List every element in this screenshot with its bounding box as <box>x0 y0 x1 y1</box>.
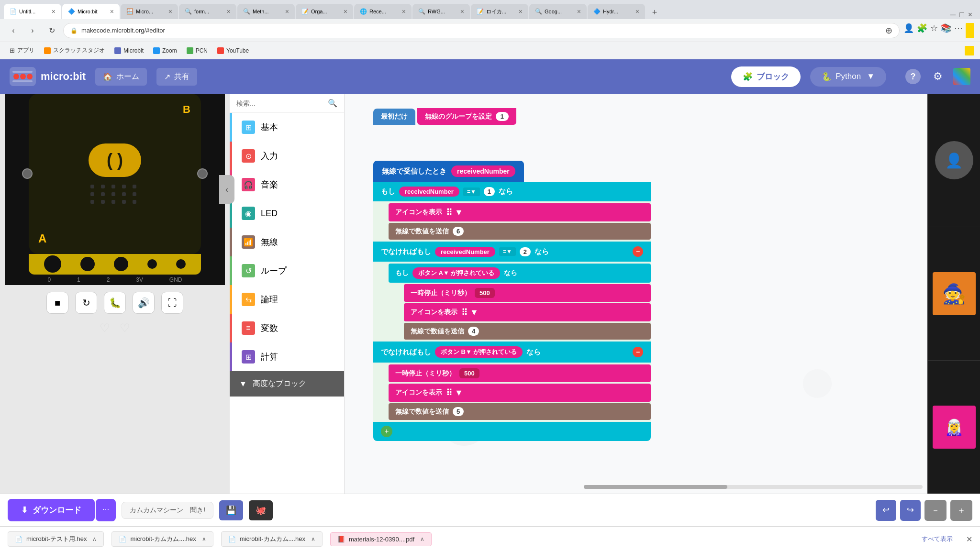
send-number-block-3[interactable]: 無線で数値を送信 5 <box>389 403 651 420</box>
send-number-block-1[interactable]: 無線で数値を送信 6 <box>389 223 651 240</box>
profile-button[interactable]: 👤 <box>903 23 914 38</box>
tab-hydr[interactable]: 🔷 Hydr... × <box>588 4 645 19</box>
home-button[interactable]: 🏠 ホーム <box>95 68 147 86</box>
undo-button[interactable]: ↩ <box>876 500 896 521</box>
minus-circle-1[interactable]: − <box>633 246 643 257</box>
forward-button[interactable]: › <box>25 23 40 38</box>
bookmark-microbit[interactable]: Microbit <box>111 45 147 56</box>
bookmark-zoom[interactable]: Zoom <box>149 45 181 56</box>
collections-button[interactable]: 📚 <box>941 23 951 38</box>
redo-button[interactable]: ↪ <box>900 500 921 521</box>
zoom-in-button[interactable]: ＋ <box>950 500 972 521</box>
tab-close-mb[interactable]: × <box>110 8 114 15</box>
radio-hat-block[interactable]: 無線で受信したとき receivedNumber <box>373 161 524 182</box>
github-button[interactable]: 🐙 <box>249 500 273 520</box>
bookmark-youtube[interactable]: YouTube <box>213 45 253 56</box>
tab-orga[interactable]: 📝 Orga... × <box>296 4 353 19</box>
icon-show-block-3[interactable]: アイコンを表示 ⠿ ▼ <box>389 384 651 402</box>
close-window-button[interactable]: × <box>968 11 972 19</box>
fullscreen-button[interactable]: ⛶ <box>161 292 183 314</box>
palette-item-loop[interactable]: ↺ ループ <box>230 256 344 285</box>
save-button[interactable]: 💾 <box>219 500 243 520</box>
extensions-button[interactable]: 🧩 <box>917 23 927 38</box>
icon-show-block-1[interactable]: アイコンを表示 ⠿ ▼ <box>389 203 651 221</box>
help-button[interactable]: ? <box>903 67 923 86</box>
palette-item-advanced[interactable]: ▼ 高度なブロック <box>230 371 344 397</box>
code-workspace[interactable]: 最初だけ 無線のグループを設定 1 無線で受信したとき receivedNumb… <box>345 94 927 494</box>
tab-close-hydr[interactable]: × <box>635 8 639 15</box>
download-item-3[interactable]: 📄 microbit-カムカム....hex ∧ <box>221 531 323 547</box>
tab-roika[interactable]: 📝 ロイカ... × <box>471 4 528 19</box>
search-input[interactable] <box>236 99 324 107</box>
wait-block-1[interactable]: 一時停止（ミリ秒） 500 <box>404 284 651 302</box>
download-item-2[interactable]: 📄 microbit-カムカム....hex ∧ <box>111 531 213 547</box>
collapse-simulator-button[interactable]: ‹ <box>219 175 234 204</box>
elseif-block-2[interactable]: でなければもし receivedNumber =▼ 2 なら − <box>373 242 651 262</box>
tab-rece[interactable]: 🌐 Rece... × <box>354 4 412 19</box>
palette-item-variables[interactable]: ≡ 変数 <box>230 314 344 342</box>
download-item-1[interactable]: 📄 microbit-テスト用.hex ∧ <box>8 531 104 547</box>
icon-show-block-2[interactable]: アイコンを表示 ⠿ ▼ <box>404 303 651 321</box>
stop-button[interactable]: ■ <box>46 292 68 314</box>
tab-close-roika[interactable]: × <box>519 8 523 15</box>
bookmark-pcn[interactable]: PCN <box>183 45 212 56</box>
init-action-block[interactable]: 無線のグループを設定 1 <box>417 108 516 125</box>
refresh-button[interactable]: ↻ <box>44 23 59 38</box>
show-all-downloads-button[interactable]: すべて表示 <box>918 533 957 545</box>
tab-close-m2[interactable]: × <box>168 8 172 15</box>
tab-close-form[interactable]: × <box>227 8 231 15</box>
zoom-out-button[interactable]: － <box>924 500 947 521</box>
favorites-button[interactable]: ☆ <box>930 23 938 38</box>
palette-item-music[interactable]: 🎧 音楽 <box>230 170 344 199</box>
palette-item-input[interactable]: ⊙ 入力 <box>230 142 344 170</box>
settings-button[interactable]: ⚙ <box>928 67 947 86</box>
close-downloads-button[interactable]: ✕ <box>966 535 972 544</box>
palette-item-math[interactable]: ⊞ 計算 <box>230 342 344 371</box>
tab-microbit-active[interactable]: 🔷 Micro:bit × <box>62 4 120 19</box>
tab-form[interactable]: 🔍 form... × <box>179 4 236 19</box>
tab-micro2[interactable]: 🪟 Micro... × <box>121 4 178 19</box>
tab-close-rece[interactable]: × <box>402 8 406 15</box>
more-options-button[interactable]: ⋯ <box>954 23 963 38</box>
tab-close-rwg[interactable]: × <box>460 8 464 15</box>
plus-circle-button[interactable]: + <box>381 426 392 437</box>
makecode-logo[interactable]: micro:bit <box>10 67 86 86</box>
tab-goog[interactable]: 🔍 Goog... × <box>529 4 587 19</box>
blocks-mode-button[interactable]: 🧩 ブロック <box>731 66 801 87</box>
tab-meth[interactable]: 🔍 Meth... × <box>237 4 295 19</box>
share-button[interactable]: ↗ 共有 <box>156 68 197 86</box>
restart-button[interactable]: ↻ <box>75 292 97 314</box>
new-tab-button[interactable]: + <box>648 6 661 19</box>
tab-close[interactable]: × <box>52 8 56 15</box>
wait-block-2[interactable]: 一時停止（ミリ秒） 500 <box>389 364 651 382</box>
tab-rwg[interactable]: 🔍 RWG... × <box>412 4 470 19</box>
send-number-block-2[interactable]: 無線で数値を送信 4 <box>404 323 651 340</box>
elseif-block-b[interactable]: でなければもし ボタン B▼ が押されている なら − <box>373 342 651 363</box>
tab-untitled[interactable]: 📄 Untitl... × <box>4 4 61 19</box>
maximize-button[interactable]: □ <box>959 11 964 19</box>
palette-item-basic[interactable]: ⊞ 基本 <box>230 113 344 142</box>
minus-circle-2[interactable]: − <box>633 347 643 357</box>
tab-close-meth[interactable]: × <box>285 8 289 15</box>
bookmark-scratch[interactable]: スクラッチスタジオ <box>40 44 109 56</box>
back-button[interactable]: ‹ <box>6 23 21 38</box>
scrollbar-thumb[interactable] <box>584 485 727 489</box>
tab-close-orga[interactable]: × <box>344 8 347 15</box>
python-mode-button[interactable]: 🐍 Python ▼ <box>810 67 886 87</box>
bookmark-apps[interactable]: ⊞ アプリ <box>6 44 38 56</box>
palette-item-led[interactable]: ◉ LED <box>230 199 344 228</box>
if-button-a-block[interactable]: もし ボタン A▼ が押されている なら <box>389 264 651 283</box>
palette-item-radio[interactable]: 📶 無線 <box>230 228 344 256</box>
url-bar[interactable]: 🔒 makecode.microbit.org/#editor ⊕ <box>63 23 900 38</box>
sound-button[interactable]: 🔊 <box>133 292 155 314</box>
horizontal-scrollbar[interactable] <box>584 485 923 489</box>
tab-close-goog[interactable]: × <box>577 8 581 15</box>
debug-button[interactable]: 🐛 <box>104 292 126 314</box>
if-block-1[interactable]: もし receivedNumber =▼ 1 なら <box>373 182 651 201</box>
palette-item-logic[interactable]: ⇆ 論理 <box>230 285 344 314</box>
more-options-button-bottom[interactable]: ··· <box>96 499 116 521</box>
init-hat-block[interactable]: 最初だけ <box>373 109 415 125</box>
download-item-pdf[interactable]: 📕 materials-12-0390....pdf ∧ <box>330 532 432 546</box>
download-button[interactable]: ⬇ ダウンロード <box>8 499 95 521</box>
minimize-button[interactable]: ─ <box>950 11 956 19</box>
